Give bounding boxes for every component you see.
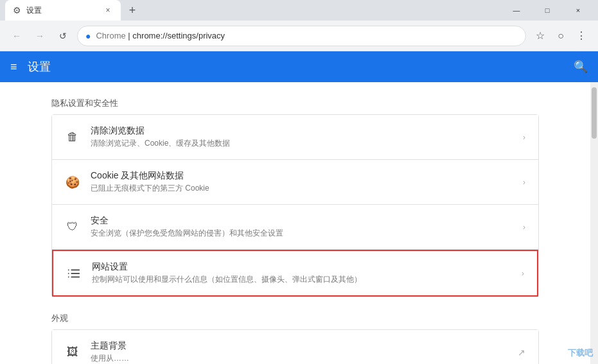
cookie-icon: 🍪 [65, 175, 80, 190]
tab-close-button[interactable]: × [103, 5, 113, 15]
site-settings-icon [66, 266, 82, 281]
url-bar[interactable]: ● Chrome | chrome://settings/privacy [77, 26, 526, 46]
minimize-button[interactable]: — [502, 0, 531, 21]
tab-strip: ⚙ 设置 × + [5, 0, 141, 21]
security-title: 安全 [91, 215, 513, 227]
forward-button[interactable]: → [31, 27, 49, 45]
lock-icon: ● [85, 31, 91, 41]
scrollbar[interactable] [590, 82, 598, 364]
cookies-title: Cookie 及其他网站数据 [91, 170, 513, 182]
account-button[interactable]: ○ [552, 27, 570, 45]
theme-desc: 使用从…… [91, 353, 507, 364]
content-main: 隐私设置和安全性 🗑 清除浏览数据 清除浏览记录、Cookie、缓存及其他数据 … [0, 82, 590, 364]
site-settings-arrow: › [522, 269, 524, 278]
chrome-header: ≡ 设置 🔍 [0, 51, 598, 82]
hamburger-menu-icon[interactable]: ≡ [10, 60, 17, 74]
tab-title-label: 设置 [26, 5, 98, 16]
appearance-section-title: 外观 [51, 313, 539, 324]
privacy-settings-card: 🗑 清除浏览数据 清除浏览记录、Cookie、缓存及其他数据 › 🍪 Cooki… [51, 114, 539, 297]
cookies-item[interactable]: 🍪 Cookie 及其他网站数据 已阻止无痕模式下的第三方 Cookie › [52, 160, 538, 205]
clear-data-item[interactable]: 🗑 清除浏览数据 清除浏览记录、Cookie、缓存及其他数据 › [52, 115, 538, 160]
theme-title: 主题背景 [91, 340, 507, 352]
url-separator: | [126, 31, 133, 40]
content-wrapper: 隐私设置和安全性 🗑 清除浏览数据 清除浏览记录、Cookie、缓存及其他数据 … [0, 82, 598, 364]
security-item[interactable]: 🛡 安全 安全浏览（保护您免受危险网站的侵害）和其他安全设置 › [52, 205, 538, 250]
clear-data-text: 清除浏览数据 清除浏览记录、Cookie、缓存及其他数据 [91, 125, 513, 149]
security-desc: 安全浏览（保护您免受危险网站的侵害）和其他安全设置 [91, 228, 513, 239]
theme-external-link-icon: ↗ [518, 347, 525, 358]
tab-favicon-icon: ⚙ [13, 5, 21, 15]
theme-icon: 🖼 [65, 345, 80, 360]
privacy-section-title: 隐私设置和安全性 [51, 98, 539, 109]
refresh-button[interactable]: ↺ [54, 27, 72, 45]
cookies-text: Cookie 及其他网站数据 已阻止无痕模式下的第三方 Cookie [91, 170, 513, 194]
cookies-arrow: › [523, 178, 525, 187]
privacy-section: 隐私设置和安全性 🗑 清除浏览数据 清除浏览记录、Cookie、缓存及其他数据 … [0, 98, 590, 297]
close-button[interactable]: × [563, 0, 593, 21]
clear-data-desc: 清除浏览记录、Cookie、缓存及其他数据 [91, 138, 513, 149]
cookies-desc: 已阻止无痕模式下的第三方 Cookie [91, 183, 513, 194]
new-tab-button[interactable]: + [123, 1, 141, 19]
site-settings-title: 网站设置 [92, 261, 511, 273]
chrome-label: Chrome [96, 31, 125, 40]
bookmark-button[interactable]: ☆ [531, 27, 549, 45]
scrollbar-thumb[interactable] [592, 87, 597, 139]
url-path: chrome://settings/privacy [132, 31, 225, 40]
appearance-section: 外观 🖼 主题背景 使用从…… ↗ [0, 313, 590, 364]
window-controls: — □ × [502, 0, 593, 21]
address-bar: ← → ↺ ● Chrome | chrome://settings/priva… [0, 21, 598, 51]
url-text: Chrome | chrome://settings/privacy [96, 31, 518, 40]
search-button[interactable]: 🔍 [574, 60, 588, 74]
security-arrow: › [523, 223, 525, 232]
title-bar: ⚙ 设置 × + — □ × [0, 0, 598, 21]
active-tab[interactable]: ⚙ 设置 × [5, 0, 121, 21]
site-settings-desc: 控制网站可以使用和显示什么信息（如位置信息、摄像头、弹出式窗口及其他） [92, 274, 511, 285]
security-text: 安全 安全浏览（保护您免受危险网站的侵害）和其他安全设置 [91, 215, 513, 239]
theme-text: 主题背景 使用从…… [91, 340, 507, 364]
site-settings-text: 网站设置 控制网站可以使用和显示什么信息（如位置信息、摄像头、弹出式窗口及其他） [92, 261, 511, 285]
appearance-settings-card: 🖼 主题背景 使用从…… ↗ [51, 329, 539, 364]
settings-page-title: 设置 [28, 59, 51, 74]
back-button[interactable]: ← [8, 27, 26, 45]
toolbar-right: ☆ ○ ⋮ [531, 27, 590, 45]
trash-icon: 🗑 [65, 130, 80, 145]
maximize-button[interactable]: □ [532, 0, 562, 21]
menu-button[interactable]: ⋮ [572, 27, 590, 45]
shield-icon: 🛡 [65, 220, 80, 235]
clear-data-title: 清除浏览数据 [91, 125, 513, 137]
clear-data-arrow: › [523, 133, 525, 142]
site-settings-item[interactable]: 网站设置 控制网站可以使用和显示什么信息（如位置信息、摄像头、弹出式窗口及其他）… [52, 250, 538, 297]
theme-item[interactable]: 🖼 主题背景 使用从…… ↗ [52, 330, 538, 364]
